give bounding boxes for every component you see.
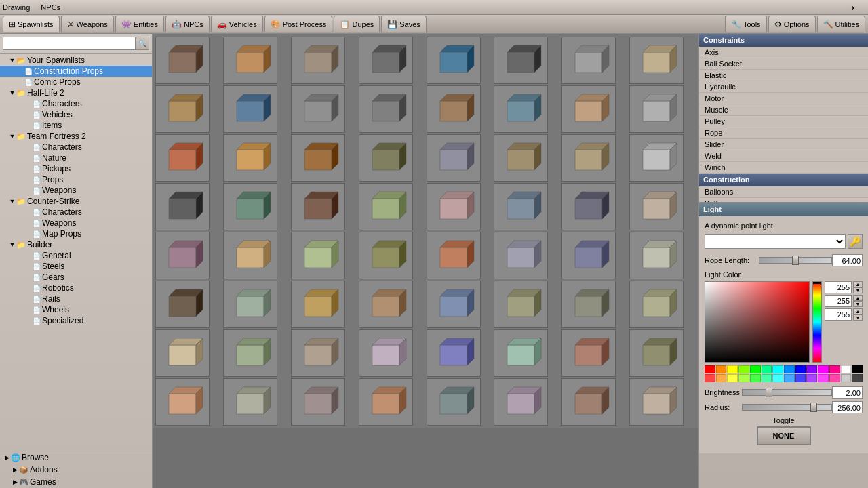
swatch-6[interactable] xyxy=(772,365,783,373)
grid-cell-12[interactable] xyxy=(427,85,481,133)
constraint-item-weld[interactable]: Weld xyxy=(699,150,868,162)
rgb-r-down[interactable]: ▼ xyxy=(853,287,863,293)
tree-item-half-life-2[interactable]: ▼📁Half-Life 2 xyxy=(0,87,152,98)
grid-cell-36[interactable] xyxy=(427,232,481,279)
grid-cell-31[interactable] xyxy=(629,183,684,230)
addons-item[interactable]: ▶ 📦 Addons xyxy=(0,464,152,476)
games-item[interactable]: ▶ 🎮 Games xyxy=(0,476,152,488)
swatch-18[interactable] xyxy=(750,374,761,382)
rgb-b-down[interactable]: ▼ xyxy=(853,314,863,321)
none-button[interactable]: NONE xyxy=(757,426,811,445)
grid-cell-53[interactable] xyxy=(494,329,548,377)
grid-cell-29[interactable] xyxy=(494,183,548,230)
grid-cell-32[interactable] xyxy=(155,232,210,279)
tree-item-tf2-pickups[interactable]: 📄Pickups xyxy=(0,163,152,174)
tab-options[interactable]: ⚙ Options xyxy=(768,16,816,32)
grid-cell-20[interactable] xyxy=(427,134,481,182)
tree-item-builder-rails[interactable]: 📄Rails xyxy=(0,293,152,304)
swatch-27[interactable] xyxy=(852,374,863,382)
tree-item-hl2-items[interactable]: 📄Items xyxy=(0,120,152,131)
grid-cell-26[interactable] xyxy=(291,183,345,230)
grid-cell-52[interactable] xyxy=(427,329,481,377)
swatch-24[interactable] xyxy=(818,374,829,382)
grid-cell-24[interactable] xyxy=(155,183,210,230)
constraint-item-ball-socket[interactable]: Ball Socket xyxy=(699,58,868,70)
grid-cell-5[interactable] xyxy=(494,37,548,84)
swatch-10[interactable] xyxy=(818,365,829,373)
radius-thumb[interactable] xyxy=(810,403,817,412)
tree-item-tf2-props[interactable]: 📄Props xyxy=(0,174,152,185)
grid-cell-2[interactable] xyxy=(291,37,345,84)
grid-cell-0[interactable] xyxy=(155,37,210,84)
grid-cell-60[interactable] xyxy=(427,378,481,426)
grid-cell-30[interactable] xyxy=(561,183,616,230)
tree-item-builder-wheels[interactable]: 📄Wheels xyxy=(0,304,152,315)
tab-utilities[interactable]: 🔨 Utilities xyxy=(817,16,865,32)
grid-cell-17[interactable] xyxy=(223,134,277,182)
menu-npcs[interactable]: NPCs xyxy=(41,3,60,12)
swatch-21[interactable] xyxy=(784,374,795,382)
tree-item-builder[interactable]: ▼📁Builder xyxy=(0,239,152,250)
tab-spawnlists[interactable]: ⊞ Spawnlists xyxy=(3,16,60,32)
swatch-14[interactable] xyxy=(705,374,715,382)
tree-item-hl2-vehicles[interactable]: 📄Vehicles xyxy=(0,109,152,120)
constraint-item-muscle[interactable]: Muscle xyxy=(699,104,868,116)
grid-cell-3[interactable] xyxy=(359,37,413,84)
grid-cell-1[interactable] xyxy=(223,37,277,84)
tree-item-cs-weapons[interactable]: 📄Weapons xyxy=(0,218,152,228)
swatch-26[interactable] xyxy=(841,374,852,382)
swatch-13[interactable] xyxy=(852,365,863,373)
constraint-item-elastic[interactable]: Elastic xyxy=(699,70,868,81)
grid-cell-25[interactable] xyxy=(223,183,277,230)
grid-cell-33[interactable] xyxy=(223,232,277,279)
swatch-1[interactable] xyxy=(716,365,727,373)
grid-cell-28[interactable] xyxy=(427,183,481,230)
grid-cell-19[interactable] xyxy=(359,134,413,182)
grid-cell-4[interactable] xyxy=(427,37,481,84)
rope-length-thumb[interactable] xyxy=(792,256,799,265)
constraint-item-rope[interactable]: Rope xyxy=(699,127,868,139)
swatch-4[interactable] xyxy=(750,365,761,373)
grid-cell-6[interactable] xyxy=(561,37,616,84)
grid-cell-37[interactable] xyxy=(494,232,548,279)
expand-btn[interactable]: › xyxy=(851,2,854,13)
tab-vehicles[interactable]: 🚗 Vehicles xyxy=(211,16,263,32)
rgb-b-up[interactable]: ▲ xyxy=(853,308,863,314)
grid-cell-56[interactable] xyxy=(155,378,210,426)
grid-cell-22[interactable] xyxy=(561,134,616,182)
swatch-15[interactable] xyxy=(716,374,727,382)
tree-item-cs-characters[interactable]: 📄Characters xyxy=(0,207,152,218)
construction-item-button[interactable]: Button xyxy=(699,198,868,203)
constraint-item-pulley[interactable]: Pulley xyxy=(699,116,868,127)
grid-cell-7[interactable] xyxy=(629,37,684,84)
grid-cell-40[interactable] xyxy=(155,281,210,328)
swatch-7[interactable] xyxy=(784,365,795,373)
grid-cell-59[interactable] xyxy=(359,378,413,426)
grid-cell-58[interactable] xyxy=(291,378,345,426)
tree-item-construction-props[interactable]: 📄Construction Props xyxy=(0,66,152,77)
light-dropdown[interactable] xyxy=(705,234,846,249)
tree-item-builder-specialized[interactable]: 📄Specialized xyxy=(0,315,152,326)
grid-cell-44[interactable] xyxy=(427,281,481,328)
grid-cell-13[interactable] xyxy=(494,85,548,133)
grid-cell-16[interactable] xyxy=(155,134,210,182)
grid-cell-48[interactable] xyxy=(155,329,210,377)
tab-tools[interactable]: 🔧 Tools xyxy=(725,16,767,32)
swatch-19[interactable] xyxy=(762,374,772,382)
tree-item-team-fortress-2[interactable]: ▼📁Team Fortress 2 xyxy=(0,131,152,142)
swatch-12[interactable] xyxy=(841,365,852,373)
swatch-8[interactable] xyxy=(795,365,806,373)
tab-saves[interactable]: 💾 Saves xyxy=(381,16,427,32)
swatch-2[interactable] xyxy=(727,365,738,373)
grid-cell-50[interactable] xyxy=(291,329,345,377)
grid-cell-46[interactable] xyxy=(561,281,616,328)
brightness-thumb[interactable] xyxy=(766,388,772,397)
constraint-item-winch[interactable]: Winch xyxy=(699,162,868,174)
grid-cell-11[interactable] xyxy=(359,85,413,133)
swatch-5[interactable] xyxy=(762,365,772,373)
brightness-slider[interactable] xyxy=(742,389,832,396)
grid-cell-23[interactable] xyxy=(629,134,684,182)
grid-cell-8[interactable] xyxy=(155,85,210,133)
swatch-22[interactable] xyxy=(795,374,806,382)
tree-item-builder-general[interactable]: 📄General xyxy=(0,250,152,261)
